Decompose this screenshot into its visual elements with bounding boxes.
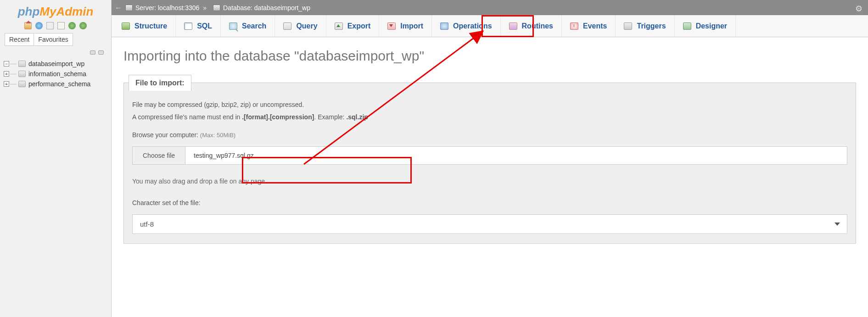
hint-text: A compressed file's name must end in <box>132 113 242 121</box>
tab-export[interactable]: Export <box>326 15 380 37</box>
tree-line-icon <box>10 64 17 64</box>
structure-icon <box>122 22 130 30</box>
page-title: Importing into the database "databaseimp… <box>123 48 856 64</box>
compress-hint-2: A compressed file's name must end in .[f… <box>132 112 847 122</box>
tree-row-performance_schema[interactable]: + performance_schema <box>4 79 107 89</box>
tree-row-databaseimport_wp[interactable]: − databaseimport_wp <box>4 59 107 69</box>
fieldset-legend: File to import: <box>129 75 191 91</box>
charset-select-wrap: utf-8 <box>132 214 847 234</box>
breadcrumb-database[interactable]: Database: databaseimport_wp <box>223 4 310 11</box>
file-to-import-fieldset: File to import: File may be compressed (… <box>123 75 856 244</box>
tree-line-icon <box>10 84 17 84</box>
chosen-filename: testing_wp977.sql.gz <box>185 147 262 164</box>
tab-designer[interactable]: Designer <box>675 15 736 37</box>
favourites-button[interactable]: Favourites <box>34 33 73 46</box>
tab-label: Triggers <box>637 22 666 30</box>
max-size-label: (Max: 50MiB) <box>200 132 235 139</box>
database-icon <box>18 61 26 67</box>
hint-bold: .[format].[compression] <box>242 113 314 121</box>
link-icon[interactable] <box>98 50 104 55</box>
tab-label: Operations <box>453 22 492 30</box>
search-icon <box>229 22 237 30</box>
tab-label: Routines <box>522 22 553 30</box>
tab-label: Export <box>347 22 371 30</box>
home-icon[interactable] <box>24 22 32 29</box>
export-icon <box>335 22 343 30</box>
breadcrumb-separator: » <box>203 4 207 11</box>
back-icon[interactable]: ← <box>114 4 123 12</box>
main-panel: ← Server: localhost:3306 » Database: dat… <box>112 0 868 317</box>
import-icon <box>387 22 396 30</box>
settings-icon[interactable] <box>68 22 76 29</box>
file-input[interactable]: Choose file testing_wp977.sql.gz <box>132 146 847 165</box>
recent-favourites: Recent Favourites <box>0 33 111 46</box>
browse-label: Browse your computer: <box>132 131 200 139</box>
compress-hint-1: File may be compressed (gzip, bzip2, zip… <box>132 100 847 110</box>
routines-icon <box>509 22 517 30</box>
browse-label-row: Browse your computer: (Max: 50MiB) <box>132 130 847 140</box>
logo-part1: php <box>18 5 40 18</box>
charset-label: Character set of the file: <box>132 198 847 208</box>
tab-label: Structure <box>134 22 167 30</box>
database-tree: − databaseimport_wp + information_schema… <box>0 58 111 90</box>
tab-structure[interactable]: Structure <box>113 15 176 37</box>
breadcrumb-server[interactable]: Server: localhost:3306 <box>135 4 199 11</box>
tab-routines[interactable]: Routines <box>501 15 562 37</box>
tab-events[interactable]: Events <box>562 15 616 37</box>
tab-label: Search <box>242 22 266 30</box>
designer-icon <box>683 22 691 30</box>
charset-select[interactable]: utf-8 <box>132 214 847 234</box>
tab-import[interactable]: Import <box>379 15 432 37</box>
sidebar: phpMyAdmin Recent Favourites − databasei… <box>0 0 112 317</box>
tree-collapse-icons <box>0 49 111 58</box>
tab-label: Events <box>583 22 607 30</box>
query-icon <box>283 22 291 30</box>
sidebar-icon-row <box>0 21 111 33</box>
tab-triggers[interactable]: Triggers <box>616 15 674 37</box>
tree-db-label: performance_schema <box>28 80 90 88</box>
tab-label: SQL <box>197 22 212 30</box>
tree-toggle-icon[interactable]: + <box>4 81 9 87</box>
choose-file-button[interactable]: Choose file <box>133 147 185 164</box>
triggers-icon <box>624 22 632 30</box>
hint-example: .sql.zip <box>346 113 368 121</box>
operations-icon <box>440 22 448 30</box>
recent-button[interactable]: Recent <box>5 33 34 46</box>
tree-row-information_schema[interactable]: + information_schema <box>4 69 107 79</box>
help-icon[interactable] <box>35 22 43 29</box>
docs-icon[interactable] <box>57 22 65 29</box>
tree-line-icon <box>10 74 17 74</box>
tree-toggle-icon[interactable]: − <box>4 61 9 67</box>
tab-label: Designer <box>696 22 727 30</box>
tree-db-label: information_schema <box>28 70 86 78</box>
database-icon <box>18 81 26 87</box>
breadcrumb-bar: ← Server: localhost:3306 » Database: dat… <box>112 0 868 15</box>
sql-icon[interactable] <box>46 22 54 29</box>
logo-part2: MyAdmin <box>39 5 93 18</box>
database-icon <box>213 5 220 11</box>
tab-sql[interactable]: SQL <box>176 15 221 37</box>
sql-tab-icon <box>184 22 192 30</box>
tree-toggle-icon[interactable]: + <box>4 71 9 77</box>
phpmyadmin-logo[interactable]: phpMyAdmin <box>0 0 111 21</box>
events-icon <box>570 22 578 30</box>
main-tabs: Structure SQL Search Query Export Import… <box>112 15 868 37</box>
database-icon <box>18 71 26 77</box>
content-area: Importing into the database "databaseimp… <box>112 37 868 255</box>
server-icon <box>125 5 133 11</box>
tab-operations[interactable]: Operations <box>432 15 500 37</box>
tab-query[interactable]: Query <box>275 15 326 37</box>
page-settings-icon[interactable] <box>855 4 863 12</box>
reload-icon[interactable] <box>79 22 87 29</box>
collapse-icon[interactable] <box>90 50 95 55</box>
hint-text: . Example: <box>314 113 346 121</box>
tab-label: Import <box>400 22 423 30</box>
tree-db-label: databaseimport_wp <box>28 60 84 67</box>
drag-drop-note: You may also drag and drop a file on any… <box>132 177 847 186</box>
tab-search[interactable]: Search <box>221 15 275 37</box>
tab-label: Query <box>296 22 317 30</box>
